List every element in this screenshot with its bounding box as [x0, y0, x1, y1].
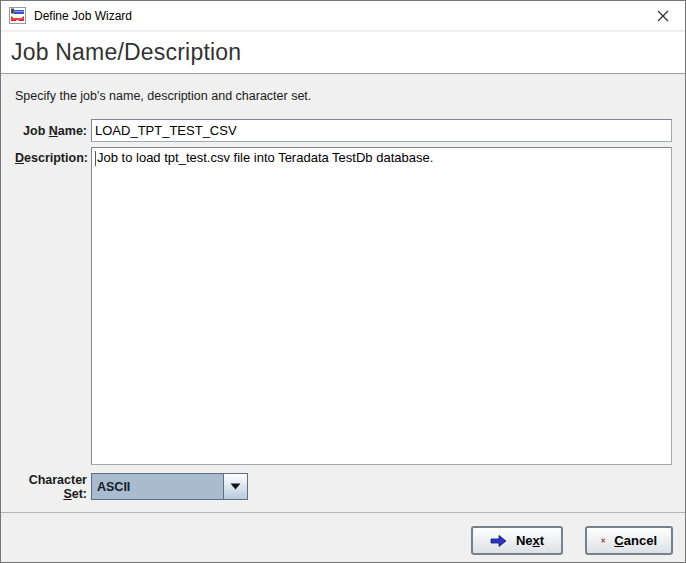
next-button[interactable]: Next — [471, 526, 563, 555]
wizard-step-header: Job Name/Description — [1, 32, 685, 74]
close-button[interactable] — [640, 1, 685, 31]
window-title: Define Job Wizard — [34, 9, 132, 23]
arrow-right-icon — [490, 535, 507, 547]
define-job-wizard-dialog: Define Job Wizard Job Name/Description S… — [0, 0, 686, 563]
character-set-row: Character Set: ASCII — [15, 473, 248, 500]
page-title: Job Name/Description — [11, 39, 241, 66]
close-icon — [657, 10, 669, 22]
tpt-wizard-app-icon — [9, 7, 26, 24]
wizard-content: Specify the job's name, description and … — [1, 75, 685, 512]
character-set-value: ASCII — [92, 474, 223, 499]
cancel-button-label: Cancel — [614, 533, 657, 548]
red-x-icon — [601, 534, 605, 547]
next-button-label: Next — [516, 533, 544, 548]
description-label: Description: — [15, 147, 91, 165]
character-set-label: Character Set: — [15, 473, 91, 501]
job-name-input[interactable] — [91, 119, 672, 142]
description-textarea[interactable]: Job to load tpt_test.csv file into Terad… — [91, 147, 672, 465]
title-bar: Define Job Wizard — [1, 1, 685, 31]
job-name-label: Job Name: — [15, 124, 91, 138]
description-text: Job to load tpt_test.csv file into Terad… — [97, 150, 433, 165]
wizard-button-bar: Next Cancel — [1, 512, 685, 562]
cancel-button[interactable]: Cancel — [585, 526, 673, 555]
job-name-row: Job Name: — [15, 119, 672, 142]
description-row: Description: Job to load tpt_test.csv fi… — [15, 147, 672, 465]
chevron-down-icon — [230, 483, 241, 490]
dropdown-arrow-button[interactable] — [223, 474, 247, 499]
instruction-text: Specify the job's name, description and … — [15, 89, 311, 103]
character-set-dropdown[interactable]: ASCII — [91, 473, 248, 500]
text-caret — [95, 151, 96, 166]
